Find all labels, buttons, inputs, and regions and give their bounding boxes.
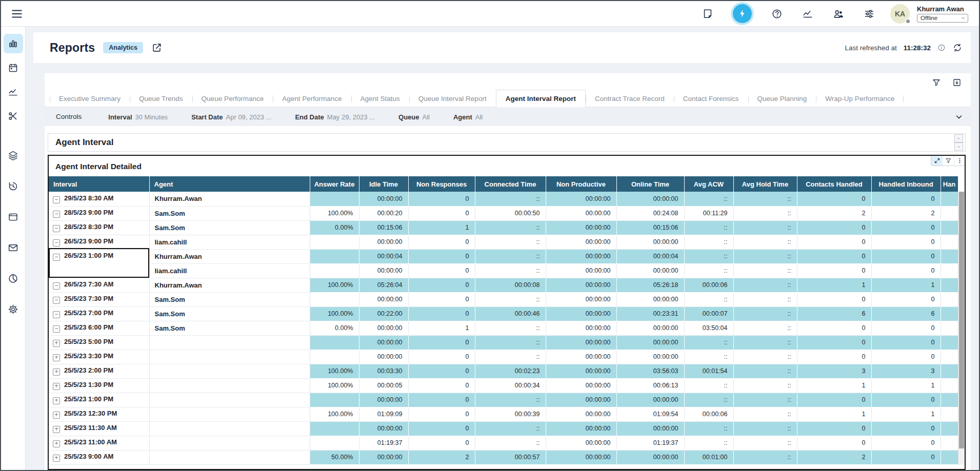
table-row[interactable]: liam.cahill00:00:000::00:00:0000:00:00::… (49, 263, 958, 278)
value-cell[interactable]: :: (475, 321, 546, 335)
value-cell[interactable]: :: (475, 263, 546, 278)
tab-agent-interval-report[interactable]: Agent Interval Report (496, 90, 586, 107)
interval-cell[interactable]: −25/5/23 6:00 PM (49, 321, 149, 335)
collapse-toggle-icon[interactable]: − (53, 196, 60, 203)
value-cell[interactable]: 00:00:20 (359, 206, 408, 220)
value-cell[interactable]: 0 (797, 192, 871, 206)
value-cell[interactable]: 00:00:00 (359, 393, 408, 407)
value-cell[interactable]: 00:00:00 (359, 350, 408, 364)
expand-toggle-icon[interactable]: + (53, 440, 60, 447)
collapse-toggle-icon[interactable]: − (53, 225, 60, 232)
value-cell[interactable]: 00:00:00 (359, 321, 408, 335)
table-row[interactable]: −28/5/23 8:30 PMSam.Som0.00%00:15:061::0… (49, 220, 958, 235)
sidebar-item-bar-chart[interactable] (4, 34, 23, 53)
value-cell-clipped[interactable] (941, 364, 958, 378)
agent-cell[interactable] (149, 421, 310, 436)
value-cell[interactable]: 3 (797, 364, 871, 378)
value-cell[interactable]: 00:00:00 (616, 393, 684, 407)
value-cell[interactable]: :: (475, 192, 546, 206)
sidebar-item-mail[interactable] (4, 238, 23, 257)
value-cell[interactable]: :: (684, 421, 733, 436)
value-cell[interactable]: 0 (408, 393, 475, 407)
value-cell[interactable]: :: (733, 292, 797, 306)
tab-queue-planning[interactable]: Queue Planning (748, 91, 816, 107)
value-cell-clipped[interactable] (941, 350, 958, 364)
column-header-answer-rate[interactable]: Answer Rate (310, 176, 359, 192)
column-header-contacts-handled[interactable]: Contacts Handled (797, 176, 871, 192)
value-cell[interactable]: :: (733, 393, 797, 407)
agent-cell[interactable] (149, 364, 310, 378)
value-cell[interactable]: 2 (797, 450, 871, 464)
control-interval[interactable]: Interval30 Minutes (108, 112, 168, 121)
value-cell[interactable]: :: (733, 306, 797, 321)
tab-executive-summary[interactable]: Executive Summary (50, 91, 130, 107)
value-cell[interactable]: :: (684, 192, 733, 206)
tab-agent-status[interactable]: Agent Status (351, 91, 409, 107)
open-in-new-window-button[interactable] (151, 42, 163, 53)
sidebar-item-calendar[interactable] (4, 58, 23, 77)
value-cell[interactable]: 00:00:00 (359, 450, 408, 464)
column-header-avg-acw[interactable]: Avg ACW (684, 176, 733, 192)
value-cell[interactable]: :: (684, 220, 733, 235)
value-cell[interactable]: :: (475, 292, 546, 306)
column-header-idle-time[interactable]: Idle Time (359, 176, 408, 192)
value-cell[interactable]: 00:00:50 (475, 206, 546, 220)
value-cell[interactable]: 00:00:05 (359, 378, 408, 393)
value-cell[interactable]: 0 (408, 306, 475, 321)
value-cell[interactable]: 00:03:30 (359, 364, 408, 378)
expand-table-button[interactable] (931, 155, 943, 166)
value-cell[interactable]: :: (475, 235, 546, 249)
expand-toggle-icon[interactable]: + (53, 397, 60, 404)
column-header-interval[interactable]: Interval (49, 176, 149, 192)
value-cell[interactable] (310, 249, 359, 263)
value-cell[interactable]: :: (733, 450, 797, 464)
value-cell[interactable]: 00:00:00 (616, 292, 684, 306)
value-cell[interactable]: :: (684, 436, 733, 450)
value-cell[interactable] (310, 192, 359, 206)
interval-cell[interactable]: +25/5/23 11:00 AM (49, 436, 149, 450)
interval-cell[interactable]: −28/5/23 8:30 PM (49, 220, 149, 235)
value-cell[interactable]: 0 (408, 364, 475, 378)
status-select[interactable]: Offline (917, 14, 968, 23)
sidebar-item-settings[interactable] (4, 299, 23, 319)
value-cell[interactable]: 0 (408, 292, 475, 306)
table-row[interactable]: +25/5/23 1:00 PM00:00:000::00:00:0000:00… (49, 393, 958, 407)
value-cell[interactable]: 00:00:06 (684, 407, 733, 421)
value-cell[interactable] (310, 292, 359, 306)
value-cell[interactable]: 01:19:37 (359, 436, 408, 450)
collapse-toggle-icon[interactable]: − (53, 297, 60, 304)
value-cell[interactable]: 1 (797, 407, 871, 421)
agent-cell[interactable] (149, 350, 310, 364)
agent-cell[interactable]: liam.cahill (149, 235, 310, 249)
value-cell[interactable]: 0 (871, 450, 941, 464)
value-cell[interactable]: 01:19:37 (616, 436, 684, 450)
value-cell[interactable]: 0 (871, 263, 941, 278)
more-options-button[interactable] (954, 155, 965, 166)
refresh-button[interactable] (952, 43, 963, 53)
value-cell[interactable]: 00:00:00 (546, 220, 616, 235)
table-row[interactable]: −25/5/23 7:00 PMSam.Som100.00%00:22:0000… (49, 306, 958, 321)
value-cell[interactable]: 0 (871, 335, 941, 350)
value-cell[interactable]: 2 (871, 206, 941, 220)
value-cell[interactable]: 00:00:00 (546, 364, 616, 378)
control-queue[interactable]: QueueAll (398, 112, 430, 121)
control-start-date[interactable]: Start DateApr 09, 2023 ... (191, 112, 271, 121)
interval-cell[interactable]: +25/5/23 2:00 PM (49, 364, 149, 378)
value-cell[interactable]: 2 (797, 206, 871, 220)
table-row[interactable]: +25/5/23 9:00 AM50.00%00:00:00200:00:570… (49, 450, 958, 464)
value-cell[interactable]: :: (475, 335, 546, 350)
value-cell[interactable]: 100.00% (310, 206, 359, 220)
column-header-non-responses[interactable]: Non Responses (408, 176, 475, 192)
column-header-agent[interactable]: Agent (149, 176, 310, 192)
value-cell[interactable]: 0 (797, 393, 871, 407)
value-cell[interactable]: 00:00:00 (359, 335, 408, 350)
value-cell[interactable]: 00:00:34 (475, 378, 546, 393)
control-end-date[interactable]: End DateMay 29, 2023 ... (295, 112, 375, 121)
value-cell[interactable]: :: (684, 378, 733, 393)
value-cell[interactable]: 00:00:00 (546, 235, 616, 249)
table-row[interactable]: −25/5/23 7:30 PMSam.Som00:00:000::00:00:… (49, 292, 958, 306)
sidebar-item-history[interactable] (4, 176, 23, 196)
value-cell[interactable]: 0 (797, 436, 871, 450)
value-cell[interactable]: :: (475, 350, 546, 364)
value-cell[interactable]: :: (684, 292, 733, 306)
